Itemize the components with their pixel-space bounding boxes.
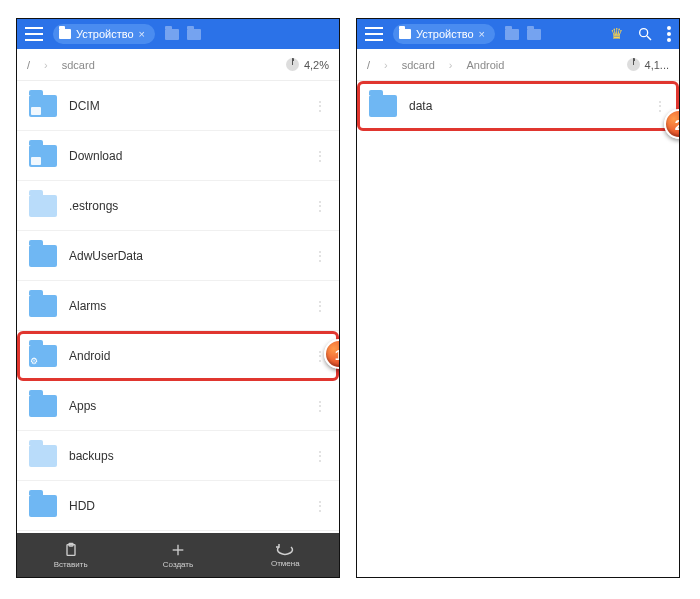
item-label: DCIM <box>69 99 301 113</box>
chevron-right-icon: › <box>384 59 388 71</box>
file-list: data ⋮ 2 <box>357 81 679 577</box>
folder-icon <box>369 95 397 117</box>
topbar: Устройство × ♛ <box>357 19 679 49</box>
inactive-tabs <box>165 29 201 40</box>
list-item[interactable]: Download ⋮ <box>17 131 339 181</box>
close-icon[interactable]: × <box>139 28 145 40</box>
file-list: DCIM ⋮ Download ⋮ .estrongs ⋮ AdwUserDat… <box>17 81 339 533</box>
list-item[interactable]: DCIM ⋮ <box>17 81 339 131</box>
device-icon <box>399 29 411 39</box>
folder-icon <box>29 495 57 517</box>
list-item[interactable]: Images ⋮ <box>17 531 339 533</box>
storage-percent: 4,2% <box>304 59 329 71</box>
item-menu-icon[interactable]: ⋮ <box>313 98 327 114</box>
phone-right: Устройство × ♛ / › sdcard › Android 4,1.… <box>356 18 680 578</box>
list-item[interactable]: .estrongs ⋮ <box>17 181 339 231</box>
pie-icon <box>627 58 640 71</box>
menu-icon[interactable] <box>365 27 383 41</box>
tab-label: Устройство <box>416 28 474 40</box>
item-menu-icon[interactable]: ⋮ <box>313 248 327 264</box>
cancel-button[interactable]: Отмена <box>232 533 339 577</box>
pie-icon <box>286 58 299 71</box>
item-label: HDD <box>69 499 301 513</box>
item-label: AdwUserData <box>69 249 301 263</box>
folder-icon <box>29 245 57 267</box>
menu-icon[interactable] <box>25 27 43 41</box>
storage-indicator[interactable]: 4,1... <box>627 58 669 71</box>
search-icon[interactable] <box>637 26 653 42</box>
item-label: Apps <box>69 399 301 413</box>
item-menu-icon[interactable]: ⋮ <box>313 498 327 514</box>
folder-icon <box>29 295 57 317</box>
item-menu-icon[interactable]: ⋮ <box>313 398 327 414</box>
gear-icon: ⚙ <box>30 356 38 366</box>
list-item[interactable]: HDD ⋮ <box>17 481 339 531</box>
folder-icon <box>29 145 57 167</box>
list-item-data[interactable]: data ⋮ <box>357 81 679 131</box>
list-item-android[interactable]: ⚙ Android ⋮ <box>17 331 339 381</box>
crumb-android[interactable]: Android <box>466 59 504 71</box>
svg-point-8 <box>667 38 671 42</box>
item-label: Android <box>69 349 301 363</box>
list-item[interactable]: Alarms ⋮ <box>17 281 339 331</box>
phone-left: Устройство × / › sdcard 4,2% DCIM ⋮ Down… <box>16 18 340 578</box>
chevron-right-icon: › <box>449 59 453 71</box>
tab-device[interactable]: Устройство × <box>53 24 155 44</box>
item-label: backups <box>69 449 301 463</box>
item-menu-icon[interactable]: ⋮ <box>313 198 327 214</box>
more-icon[interactable] <box>667 26 671 42</box>
item-label: Alarms <box>69 299 301 313</box>
item-label: data <box>409 99 641 113</box>
cancel-label: Отмена <box>271 559 300 568</box>
list-item[interactable]: AdwUserData ⋮ <box>17 231 339 281</box>
storage-indicator[interactable]: 4,2% <box>286 58 329 71</box>
breadcrumb: / › sdcard 4,2% <box>17 49 339 81</box>
tab-label: Устройство <box>76 28 134 40</box>
item-label: .estrongs <box>69 199 301 213</box>
topbar: Устройство × <box>17 19 339 49</box>
paste-label: Вставить <box>54 560 88 569</box>
breadcrumb: / › sdcard › Android 4,1... <box>357 49 679 81</box>
bottom-toolbar: Вставить Создать Отмена <box>17 533 339 577</box>
paste-button[interactable]: Вставить <box>17 533 124 577</box>
folder-icon <box>29 195 57 217</box>
crumb-root[interactable]: / <box>27 59 30 71</box>
folder-icon: ⚙ <box>29 345 57 367</box>
storage-percent: 4,1... <box>645 59 669 71</box>
close-icon[interactable]: × <box>479 28 485 40</box>
svg-point-7 <box>667 32 671 36</box>
inactive-tabs <box>505 29 541 40</box>
create-button[interactable]: Создать <box>124 533 231 577</box>
folder-icon <box>29 445 57 467</box>
list-item[interactable]: Apps ⋮ <box>17 381 339 431</box>
svg-line-5 <box>647 36 651 40</box>
create-label: Создать <box>163 560 193 569</box>
folder-icon <box>29 395 57 417</box>
item-menu-icon[interactable]: ⋮ <box>313 448 327 464</box>
tab-device[interactable]: Устройство × <box>393 24 495 44</box>
item-menu-icon[interactable]: ⋮ <box>313 298 327 314</box>
chevron-right-icon: › <box>44 59 48 71</box>
svg-point-6 <box>667 26 671 30</box>
crown-icon[interactable]: ♛ <box>610 25 623 43</box>
crumb-sdcard[interactable]: sdcard <box>402 59 435 71</box>
item-label: Download <box>69 149 301 163</box>
folder-icon <box>29 95 57 117</box>
svg-point-4 <box>640 29 648 37</box>
crumb-sdcard[interactable]: sdcard <box>62 59 95 71</box>
crumb-root[interactable]: / <box>367 59 370 71</box>
item-menu-icon[interactable]: ⋮ <box>653 98 667 114</box>
list-item[interactable]: backups ⋮ <box>17 431 339 481</box>
item-menu-icon[interactable]: ⋮ <box>313 148 327 164</box>
device-icon <box>59 29 71 39</box>
